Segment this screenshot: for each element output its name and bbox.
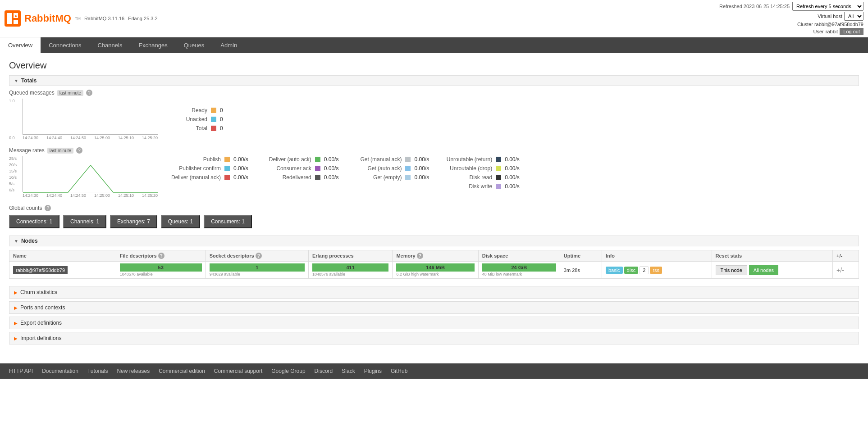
queued-legend: Ready 0 Unacked 0 Total 0 — [176, 99, 223, 140]
help-icon[interactable]: ? — [86, 90, 92, 96]
node-name: rabbit@97af958ddb79 — [13, 266, 68, 274]
erlang-proc-avail: 1048576 available — [312, 272, 388, 276]
legend-total-value: 0 — [220, 125, 223, 131]
churn-arrow: ▶ — [14, 290, 18, 295]
rates-chart-area — [23, 156, 158, 192]
vhost-label: Virtual host — [818, 14, 842, 19]
disk-write-legend: Disk write 0.00/s — [443, 183, 520, 190]
user-value: rabbit — [826, 29, 838, 34]
import-header[interactable]: ▶ Import definitions — [9, 332, 859, 344]
channels-badge[interactable]: Channels: 1 — [63, 215, 106, 228]
footer-tutorials[interactable]: Tutorials — [87, 368, 108, 374]
col-info: Info — [602, 250, 712, 262]
rates-time-badge: last minute — [47, 148, 73, 154]
info-rss[interactable]: rss — [650, 267, 662, 274]
rates-help-icon[interactable]: ? — [76, 147, 82, 154]
y-top-label: 1.0 — [9, 99, 15, 103]
logo-tm: TM — [75, 16, 81, 21]
info-disc[interactable]: disc — [624, 267, 639, 274]
nav-exchanges[interactable]: Exchanges — [130, 37, 175, 53]
ports-header[interactable]: ▶ Ports and contexts — [9, 302, 859, 313]
redelivered-legend: Redelivered 0.00/s — [262, 174, 339, 181]
deliver-manual-legend: Deliver (manual ack) 0.00/s — [171, 174, 248, 181]
footer-plugins[interactable]: Plugins — [364, 368, 382, 374]
info-basic[interactable]: basic — [606, 267, 623, 274]
disk-cell: 24 GiB 48 MiB low watermark — [478, 262, 560, 279]
deliver-auto-legend: Deliver (auto ack) 0.00/s — [262, 156, 339, 163]
footer-http-api[interactable]: HTTP API — [9, 368, 33, 374]
footer-commercial-edition[interactable]: Commercial edition — [159, 368, 205, 374]
footer-slack[interactable]: Slack — [342, 368, 355, 374]
message-rates-label: Message rates last minute ? — [9, 147, 859, 154]
logout-button[interactable]: Log out — [840, 28, 863, 35]
legend-unacked: Unacked 0 — [176, 116, 223, 122]
footer-google-group[interactable]: Google Group — [271, 368, 305, 374]
version-info: RabbitMQ 3.11.16 — [84, 16, 124, 21]
page-content: Overview ▼ Totals Queued messages last m… — [0, 53, 868, 354]
col-reset: Reset stats — [712, 250, 833, 262]
top-right: Refreshed 2023-06-25 14:25:25 Refresh ev… — [719, 2, 863, 35]
erlang-proc-bar: 411 — [312, 263, 388, 272]
totals-section-header[interactable]: ▼ Totals — [9, 75, 859, 86]
consumers-badge[interactable]: Consumers: 1 — [204, 215, 252, 228]
totals-section: Queued messages last minute ? 1.0 0.0 14… — [9, 90, 859, 198]
disk-sub: 48 MiB low watermark — [482, 272, 556, 276]
info-badges: basic disc 2 rss — [606, 266, 708, 274]
cluster-row: Cluster rabbit@97af958ddb79 — [719, 22, 863, 27]
info-num[interactable]: 2 — [640, 266, 649, 274]
file-desc-avail: 1048576 available — [120, 272, 202, 276]
rates-y-labels: 25/s 20/s 15/s 10/s 5/s 0/s — [9, 156, 17, 192]
vhost-row: Virtual host All — [719, 12, 863, 21]
queues-badge[interactable]: Queues: 1 — [161, 215, 200, 228]
exchanges-badge[interactable]: Exchanges: 7 — [110, 215, 157, 228]
memory-sub: 6.2 GiB high watermark — [396, 272, 474, 276]
svg-rect-3 — [14, 20, 18, 24]
nodes-section-header[interactable]: ▼ Nodes — [9, 236, 859, 246]
file-desc-bar: 53 — [120, 263, 202, 272]
nav-queues[interactable]: Queues — [176, 37, 213, 53]
svg-rect-0 — [5, 10, 21, 27]
nav-admin[interactable]: Admin — [212, 37, 245, 53]
col-socket-desc: Socket descriptors ? — [206, 250, 308, 262]
import-section: ▶ Import definitions — [9, 332, 859, 344]
counts-help-icon[interactable]: ? — [45, 205, 51, 211]
connections-badge[interactable]: Connections: 1 — [9, 215, 59, 228]
vhost-select[interactable]: All — [844, 12, 863, 21]
this-node-button[interactable]: This node — [716, 265, 747, 275]
nav-connections[interactable]: Connections — [41, 37, 89, 53]
ports-title: Ports and contexts — [20, 304, 65, 311]
rates-chart-wrapper: 25/s 20/s 15/s 10/s 5/s 0/s 14:24:30 14:… — [9, 156, 158, 198]
queued-chart-container: 1.0 0.0 14:24:30 14:24:40 14:24:50 14:25… — [9, 99, 158, 140]
reset-buttons: This node All nodes — [716, 265, 829, 275]
erlang-version: Erlang 25.3.2 — [128, 16, 157, 21]
all-nodes-button[interactable]: All nodes — [749, 265, 778, 275]
footer-new-releases[interactable]: New releases — [117, 368, 150, 374]
unroutable-return-legend: Unroutable (return) 0.00/s — [443, 156, 520, 163]
table-row: rabbit@97af958ddb79 53 1048576 available… — [9, 262, 859, 279]
plus-minus-cell: +/- — [833, 262, 859, 279]
import-title: Import definitions — [20, 335, 61, 341]
churn-header[interactable]: ▶ Churn statistics — [9, 286, 859, 298]
uptime-cell: 3m 28s — [560, 262, 602, 279]
rates-col-1: Publish 0.00/s Publisher confirm 0.00/s … — [171, 156, 248, 190]
memory-bar: 146 MiB — [396, 263, 474, 272]
plus-minus-icon[interactable]: +/- — [836, 267, 844, 274]
nodes-title: Nodes — [21, 238, 38, 244]
footer-github[interactable]: GitHub — [391, 368, 407, 374]
get-auto-legend: Get (auto ack) 0.00/s — [352, 165, 429, 172]
footer-commercial-support[interactable]: Commercial support — [214, 368, 262, 374]
rates-chart-svg — [23, 156, 158, 192]
export-header[interactable]: ▶ Export definitions — [9, 317, 859, 329]
svg-point-4 — [15, 15, 17, 17]
footer-discord[interactable]: Discord — [315, 368, 333, 374]
erlang-proc-cell: 411 1048576 available — [308, 262, 392, 279]
footer-documentation[interactable]: Documentation — [42, 368, 78, 374]
refresh-select[interactable]: Refresh every 5 seconds Refresh every 10… — [792, 2, 863, 11]
user-row: User rabbit Log out — [719, 28, 863, 35]
totals-title: Totals — [21, 77, 37, 84]
file-desc-cell: 53 1048576 available — [116, 262, 206, 279]
refreshed-label: Refreshed 2023-06-25 14:25:25 — [719, 4, 790, 9]
nav-overview[interactable]: Overview — [0, 37, 41, 53]
rates-col-3: Get (manual ack) 0.00/s Get (auto ack) 0… — [352, 156, 429, 190]
nav-channels[interactable]: Channels — [89, 37, 130, 53]
